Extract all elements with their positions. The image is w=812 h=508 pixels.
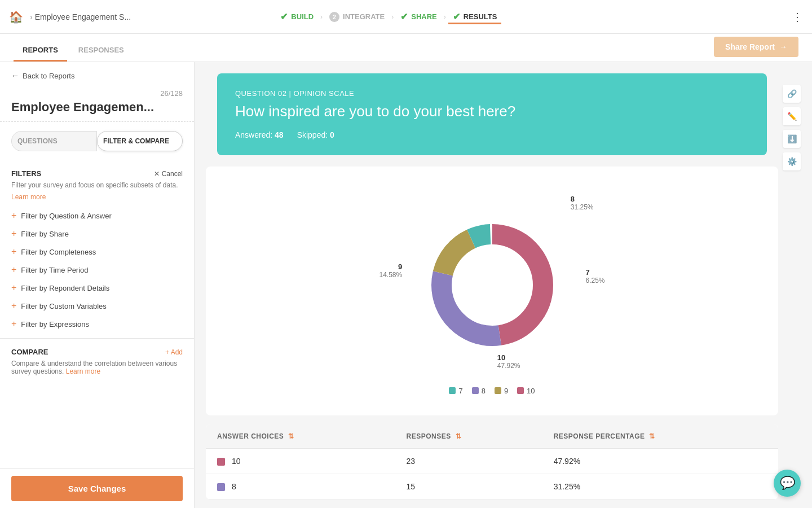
link-icon[interactable]: 🔗 — [783, 85, 801, 103]
donut-area: 8 31.25% 7 6.25% 10 47.92% 9 — [217, 178, 767, 387]
filter-label-1: Filter by Question & Answer — [21, 212, 111, 220]
step-results[interactable]: ✔ RESULTS — [448, 9, 502, 24]
compare-header: COMPARE + Add — [11, 348, 183, 356]
cell-choice-2: 8 — [206, 474, 395, 500]
step-integrate[interactable]: 2 INTEGRATE — [325, 10, 389, 24]
plus-icon-6: + — [11, 301, 16, 311]
chart-legend: 7 8 9 10 — [217, 387, 767, 404]
step-share[interactable]: ✔ SHARE — [396, 9, 442, 24]
arrow-3: › — [444, 13, 446, 21]
filter-share[interactable]: + Filter by Share — [11, 229, 183, 239]
save-changes-button[interactable]: Save Changes — [11, 476, 183, 501]
plus-icon-3: + — [11, 247, 16, 257]
step-share-label: SHARE — [411, 12, 437, 21]
col-response-percentage[interactable]: RESPONSE PERCENTAGE ⇅ — [542, 424, 778, 449]
table-row: 8 15 31.25% — [206, 474, 778, 500]
home-icon[interactable]: 🏠 — [9, 10, 23, 24]
back-label: Back to Reports — [23, 72, 75, 80]
filter-label-6: Filter by Custom Variables — [21, 302, 106, 310]
legend-dot-8 — [472, 387, 479, 394]
question-type: OPINION SCALE — [294, 89, 355, 98]
cell-responses-2: 15 — [395, 474, 542, 500]
questions-tab[interactable]: QUESTIONS — [11, 131, 97, 151]
filter-expressions[interactable]: + Filter by Expressions — [11, 319, 183, 329]
compare-title: COMPARE — [11, 348, 48, 356]
compare-learn-more[interactable]: Learn more — [66, 367, 100, 375]
filter-custom-variables[interactable]: + Filter by Custom Variables — [11, 301, 183, 311]
cell-responses-1: 23 — [395, 448, 542, 474]
data-table-container: ANSWER CHOICES ⇅ RESPONSES ⇅ RESPONSE PE… — [206, 424, 778, 500]
question-text: How inspired are you to do your best her… — [235, 102, 749, 121]
step-build[interactable]: ✔ BUILD — [276, 9, 318, 24]
answered-count: 48 — [275, 130, 284, 139]
col-responses[interactable]: RESPONSES ⇅ — [395, 424, 542, 449]
question-stats: Answered: 48 Skipped: 0 — [235, 130, 749, 139]
col-answer-choices[interactable]: ANSWER CHOICES ⇅ — [206, 424, 395, 449]
plus-icon-2: + — [11, 229, 16, 239]
filter-label-5: Filter by Repondent Details — [21, 284, 109, 292]
settings-icon[interactable]: ⚙️ — [783, 152, 801, 170]
tab-switcher: QUESTIONS FILTER & COMPARE — [0, 122, 194, 160]
legend-7: 7 — [449, 387, 462, 395]
compare-add-button[interactable]: + Add — [165, 348, 183, 356]
save-bar: Save Changes — [0, 468, 194, 508]
label-9: 9 14.58% — [379, 262, 403, 279]
skipped-count: 0 — [330, 130, 334, 139]
workflow-steps: ✔ BUILD › 2 INTEGRATE › ✔ SHARE › ✔ RESU… — [276, 9, 501, 24]
tab-responses[interactable]: RESPONSES — [69, 39, 133, 62]
sort-icon-2: ⇅ — [456, 432, 462, 440]
more-options-icon[interactable]: ⋮ — [792, 10, 803, 24]
cell-pct-2: 31.25% — [542, 474, 778, 500]
arrow-1: › — [320, 13, 323, 21]
filter-description: Filter your survey and focus on specific… — [11, 181, 183, 189]
step-build-label: BUILD — [291, 12, 314, 21]
survey-title: Employee Engagemen... — [11, 100, 183, 115]
choice-color-2 — [217, 483, 225, 491]
filter-label-3: Filter by Completeness — [21, 248, 96, 256]
legend-label-8: 8 — [482, 387, 486, 395]
side-icons: 🔗 ✏️ ⬇️ ⚙️ — [783, 85, 801, 170]
question-card: QUESTION 02 | OPINION SCALE How inspired… — [217, 73, 767, 155]
plus-icon-7: + — [11, 319, 16, 329]
tab-reports[interactable]: REPORTS — [14, 39, 67, 62]
filter-question-answer[interactable]: + Filter by Question & Answer — [11, 211, 183, 221]
svg-point-4 — [453, 246, 532, 325]
filter-compare-tab[interactable]: FILTER & COMPARE — [97, 131, 183, 151]
chat-bubble[interactable]: 💬 — [774, 470, 801, 497]
step-results-label: RESULTS — [464, 12, 497, 21]
answered-stat: Answered: 48 — [235, 130, 284, 139]
filter-panel: FILTERS ✕ Cancel Filter your survey and … — [0, 160, 194, 338]
survey-count: 26/128 — [11, 89, 183, 98]
back-to-reports[interactable]: ← Back to Reports — [0, 62, 194, 89]
plus-icon-5: + — [11, 283, 16, 293]
results-check-icon: ✔ — [453, 11, 460, 22]
filter-completeness[interactable]: + Filter by Completeness — [11, 247, 183, 257]
question-separator: | — [289, 89, 294, 98]
sort-icon-3: ⇅ — [649, 432, 655, 440]
cancel-button[interactable]: ✕ Cancel — [154, 170, 183, 178]
filter-learn-more[interactable]: Learn more — [11, 193, 46, 201]
chart-container: 8 31.25% 7 6.25% 10 47.92% 9 — [206, 167, 778, 415]
integrate-num: 2 — [329, 12, 339, 22]
legend-9: 9 — [495, 387, 508, 395]
download-icon[interactable]: ⬇️ — [783, 130, 801, 148]
legend-label-10: 10 — [527, 387, 535, 395]
build-check-icon: ✔ — [280, 11, 288, 22]
legend-dot-7 — [449, 387, 456, 394]
plus-icon-1: + — [11, 211, 16, 221]
label-10: 10 47.92% — [497, 353, 520, 370]
share-report-button[interactable]: Share Report → — [714, 37, 798, 57]
compare-panel: COMPARE + Add Compare & understand the c… — [0, 338, 194, 384]
legend-label-9: 9 — [504, 387, 508, 395]
data-table: ANSWER CHOICES ⇅ RESPONSES ⇅ RESPONSE PE… — [206, 424, 778, 500]
edit-icon[interactable]: ✏️ — [783, 107, 801, 125]
filter-label-4: Filter by Time Period — [21, 266, 88, 274]
sidebar-title-area: 26/128 Employee Engagemen... — [0, 89, 194, 122]
filter-time-period[interactable]: + Filter by Time Period — [11, 265, 183, 275]
top-nav: 🏠 › Employee Engagement S... ✔ BUILD › 2… — [0, 0, 812, 34]
filter-label-2: Filter by Share — [21, 230, 69, 238]
choice-color-1 — [217, 458, 225, 466]
legend-10: 10 — [517, 387, 535, 395]
filter-respondent-details[interactable]: + Filter by Repondent Details — [11, 283, 183, 293]
filter-items: + Filter by Question & Answer + Filter b… — [11, 211, 183, 329]
